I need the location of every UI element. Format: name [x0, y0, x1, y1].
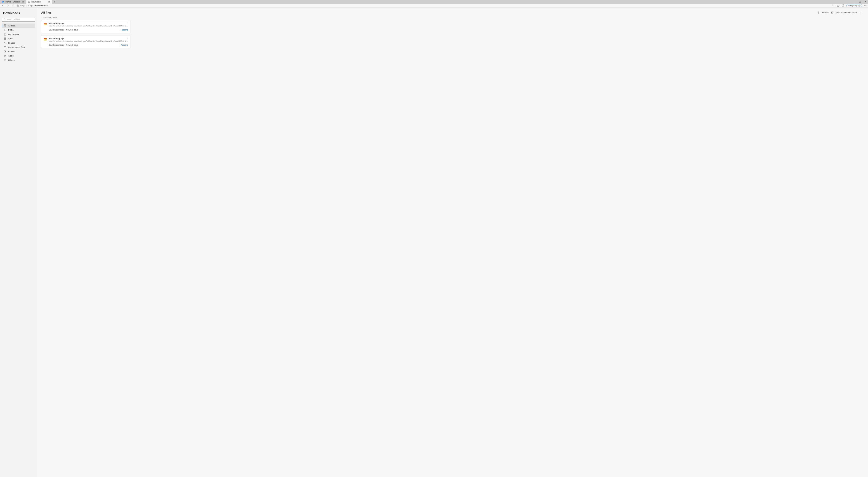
svg-rect-12: [832, 12, 833, 13]
sidebar-item-label: Images: [8, 41, 15, 44]
download-url: https://dl-web.dropbox.com/zip_download_…: [49, 40, 128, 42]
sync-label: Not syncing: [848, 4, 857, 6]
download-status: Couldn't download - Network issue: [49, 44, 78, 46]
open-folder-label: Open downloads folder: [835, 11, 857, 14]
resume-button[interactable]: Resume: [121, 29, 128, 31]
date-group-label: February 9, 2021: [41, 17, 864, 19]
search-icon: [3, 18, 6, 21]
favorite-icon[interactable]: [836, 4, 840, 7]
dropbox-icon: [2, 1, 4, 3]
content-header: All files Clear all Open downloads folde…: [41, 11, 864, 14]
titlebar-drag-area: [57, 0, 852, 4]
download-card: trus nobody.ziphttps://dl-web.dropbox.co…: [41, 35, 130, 48]
download-filename: trus nobody.zip: [49, 22, 128, 24]
close-icon[interactable]: ✕: [22, 1, 24, 3]
content-area: All files Clear all Open downloads folde…: [37, 8, 868, 477]
sidebar-item-label: PDFs: [8, 29, 13, 31]
video-icon: [4, 50, 6, 53]
svg-rect-4: [4, 26, 4, 27]
svg-point-8: [4, 42, 5, 43]
tab-title: Downloads: [31, 1, 47, 3]
sidebar-filter-list: All filesPDFsDocumentsAppsImagesCompress…: [2, 24, 35, 62]
remove-download-button[interactable]: ✕: [127, 37, 128, 39]
resume-button[interactable]: Resume: [121, 44, 128, 46]
svg-rect-2: [4, 25, 4, 25]
back-button[interactable]: [1, 4, 5, 8]
app-icon: [4, 37, 6, 40]
more-options-button[interactable]: ⋯: [860, 11, 863, 14]
refresh-button[interactable]: [11, 4, 15, 8]
clear-all-label: Clear all: [820, 11, 829, 14]
svg-point-1: [4, 19, 5, 20]
site-identity-icon[interactable]: [17, 4, 19, 7]
svg-rect-5: [5, 26, 6, 27]
audio-icon: [4, 55, 6, 57]
sidebar-item-image[interactable]: Images: [2, 41, 35, 45]
header-actions: Clear all Open downloads folder ⋯: [817, 11, 863, 14]
zip-file-icon: [43, 37, 47, 41]
svg-rect-7: [4, 42, 6, 43]
remove-download-button[interactable]: ✕: [127, 22, 128, 24]
sidebar-item-label: Audio: [8, 55, 13, 57]
close-icon[interactable]: ✕: [48, 1, 50, 3]
svg-rect-3: [5, 25, 6, 25]
sidebar-item-doc[interactable]: Documents: [2, 32, 35, 36]
search-input[interactable]: [2, 17, 35, 22]
forward-button[interactable]: [6, 4, 10, 8]
tab-downloads[interactable]: Downloads ✕: [26, 0, 52, 4]
shopping-icon[interactable]: [831, 4, 835, 7]
minimize-button[interactable]: ─: [852, 0, 857, 4]
open-downloads-folder-button[interactable]: Open downloads folder: [831, 11, 857, 14]
sidebar: Downloads All filesPDFsDocumentsAppsImag…: [0, 8, 37, 477]
tab-strip: Home - Dropbox ✕ Downloads ✕ +: [0, 0, 57, 4]
download-card: trus nobody.ziphttps://dl-web.dropbox.co…: [41, 20, 130, 33]
new-tab-button[interactable]: +: [52, 0, 57, 4]
svg-rect-0: [842, 5, 844, 6]
download-filename: trus nobody.zip: [49, 37, 128, 39]
download-url: https://dl-web.dropbox.com/zip_download_…: [49, 25, 128, 27]
all-icon: [4, 24, 6, 27]
sidebar-item-all[interactable]: All files: [2, 24, 35, 28]
address-bar: Edge | edge://downloads/all Not syncing …: [0, 4, 868, 8]
sidebar-item-video[interactable]: Videos: [2, 49, 35, 54]
url-text: edge://downloads/all: [28, 4, 48, 7]
window-titlebar: Home - Dropbox ✕ Downloads ✕ + ─ ▢ ✕: [0, 0, 868, 4]
tab-title: Home - Dropbox: [5, 1, 21, 3]
tab-dropbox[interactable]: Home - Dropbox ✕: [0, 0, 26, 4]
window-controls: ─ ▢ ✕: [852, 0, 868, 4]
svg-rect-15: [45, 23, 45, 25]
sidebar-item-label: Videos: [8, 50, 15, 53]
address-bar-actions: Not syncing ⋯: [831, 4, 867, 7]
profile-sync-pill[interactable]: Not syncing: [846, 4, 862, 7]
svg-rect-18: [45, 38, 45, 40]
sidebar-item-other[interactable]: Others: [2, 58, 35, 62]
sidebar-item-label: All files: [8, 24, 15, 27]
avatar-icon: [858, 4, 861, 7]
sidebar-item-app[interactable]: Apps: [2, 36, 35, 41]
search-wrap: [2, 17, 35, 22]
sidebar-item-zip[interactable]: Compressed files: [2, 45, 35, 49]
collections-icon[interactable]: [841, 4, 845, 7]
clear-all-button[interactable]: Clear all: [817, 11, 829, 14]
content-heading: All files: [41, 11, 817, 14]
zip-icon: [4, 46, 6, 49]
svg-rect-10: [4, 51, 5, 52]
url-field[interactable]: Edge | edge://downloads/all: [16, 4, 831, 7]
trash-icon: [817, 11, 819, 14]
download-status: Couldn't download - Network issue: [49, 29, 78, 31]
maximize-button[interactable]: ▢: [857, 0, 863, 4]
settings-more-button[interactable]: ⋯: [864, 4, 867, 7]
sidebar-item-pdf[interactable]: PDFs: [2, 28, 35, 32]
page-body: Downloads All filesPDFsDocumentsAppsImag…: [0, 8, 868, 477]
sidebar-item-label: Compressed files: [8, 46, 25, 49]
url-host-label: Edge: [20, 4, 25, 7]
pdf-icon: [4, 29, 6, 31]
image-icon: [4, 41, 6, 44]
doc-icon: [4, 33, 6, 35]
close-window-button[interactable]: ✕: [863, 0, 868, 4]
other-icon: [4, 59, 6, 61]
sidebar-item-audio[interactable]: Audio: [2, 54, 35, 58]
page-title: Downloads: [3, 11, 34, 15]
sidebar-item-label: Others: [8, 59, 15, 61]
download-icon: [28, 1, 30, 3]
